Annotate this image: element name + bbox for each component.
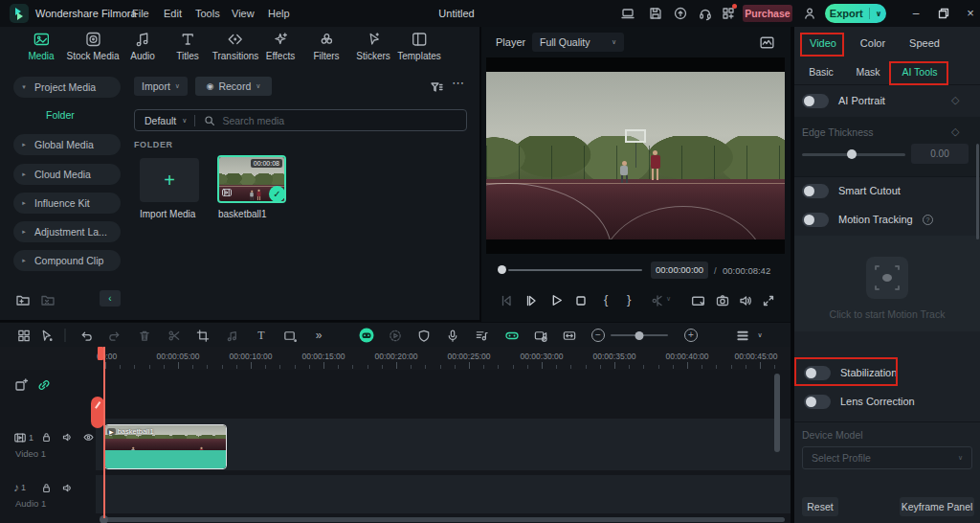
mark-in-button[interactable]: {	[604, 292, 608, 307]
audio-track-mute-icon[interactable]	[61, 482, 74, 494]
menu-file[interactable]: File	[132, 0, 149, 27]
mirror-display-button[interactable]	[690, 293, 706, 309]
menu-tools[interactable]: Tools	[195, 0, 220, 27]
edge-keyframe-diamond-icon[interactable]: ◇	[951, 125, 959, 138]
tab-filters[interactable]: Filters	[313, 31, 339, 61]
mask-shield-icon[interactable]	[417, 323, 432, 348]
delete-folder-icon[interactable]	[40, 292, 56, 307]
split-caret-icon[interactable]: ∨	[666, 295, 671, 303]
upload-cloud-icon[interactable]	[673, 6, 688, 21]
crop-icon[interactable]	[196, 323, 211, 348]
close-button[interactable]: ×	[961, 0, 980, 27]
menu-edit[interactable]: Edit	[164, 0, 182, 27]
menu-help[interactable]: Help	[268, 0, 290, 27]
keyframe-diamond-icon[interactable]: ◇	[951, 94, 959, 106]
zoom-in-icon[interactable]: +	[684, 323, 698, 348]
playhead[interactable]	[103, 347, 105, 518]
filter-icon[interactable]	[429, 80, 444, 95]
video-track-mute-icon[interactable]	[61, 431, 74, 443]
auto-ripple-icon[interactable]	[563, 323, 577, 348]
sidebar-item-cloud-media[interactable]: ▸ Cloud Media	[13, 164, 121, 185]
sidebar-subitem-folder[interactable]: Folder	[46, 109, 75, 121]
split-button[interactable]	[650, 293, 665, 308]
screen-record-off-icon[interactable]	[534, 323, 548, 348]
tab-effects[interactable]: Effects	[266, 31, 295, 61]
tab-stock-media[interactable]: Stock Media	[66, 31, 119, 61]
playhead-split-handle[interactable]	[91, 397, 104, 428]
menu-view[interactable]: View	[232, 0, 255, 27]
timeline-ruler[interactable]: 00:00 00:00:05:00 00:00:10:00 00:00:15:0…	[0, 347, 791, 370]
sort-dropdown[interactable]: Default	[145, 115, 176, 126]
speed-ramp-icon[interactable]	[389, 323, 403, 348]
edge-thickness-value[interactable]: 0.00	[911, 144, 969, 164]
timeline-clip-basketball1[interactable]: ▶ basketball1	[104, 424, 227, 469]
edge-thickness-slider-handle[interactable]	[847, 149, 857, 159]
timeline-vertical-scrollbar[interactable]	[774, 374, 780, 452]
mark-out-button[interactable]: }	[627, 292, 631, 307]
split-scissors-icon[interactable]	[167, 323, 182, 348]
smart-edit-icon[interactable]	[504, 323, 520, 348]
export-button[interactable]: Export ∨	[825, 4, 886, 23]
purchase-button[interactable]: Purchase	[743, 5, 792, 22]
collapse-sidebar-button[interactable]: ‹	[100, 290, 121, 307]
previous-frame-button[interactable]	[499, 293, 514, 308]
audio-stretch-icon[interactable]	[226, 323, 240, 348]
play-button[interactable]	[548, 292, 565, 308]
snapshot-camera-button[interactable]	[715, 293, 730, 308]
search-input[interactable]	[222, 115, 394, 126]
delete-icon[interactable]	[138, 323, 152, 348]
playhead-grip[interactable]	[98, 347, 103, 360]
tab-transitions[interactable]: Transitions	[212, 31, 259, 61]
track-height-caret-icon[interactable]: ∨	[757, 323, 762, 348]
volume-button[interactable]	[738, 293, 753, 308]
sidebar-item-compound-clip[interactable]: ▸ Compound Clip	[13, 250, 121, 271]
motion-tracking-info-icon[interactable]: ?	[923, 215, 933, 225]
stop-button[interactable]	[573, 293, 589, 308]
smart-cutout-toggle[interactable]	[802, 184, 829, 198]
quality-dropdown[interactable]: Full Quality ∨	[532, 33, 624, 52]
reset-button[interactable]: Reset	[802, 497, 838, 516]
export-caret-icon[interactable]: ∨	[876, 10, 882, 18]
layout-grid-icon[interactable]	[17, 323, 32, 348]
motion-track-target[interactable]	[866, 257, 908, 299]
track-height-icon[interactable]	[736, 323, 750, 348]
render-preview-icon[interactable]	[759, 34, 775, 51]
voiceover-mic-icon[interactable]	[446, 323, 460, 348]
lens-correction-toggle[interactable]	[804, 395, 831, 409]
new-folder-icon[interactable]	[15, 292, 31, 307]
link-clips-icon[interactable]	[36, 377, 52, 393]
next-frame-button[interactable]	[523, 293, 539, 308]
zoom-out-icon[interactable]: −	[591, 323, 605, 348]
audio-track-lock-icon[interactable]	[40, 482, 53, 494]
import-media-tile[interactable]: +	[140, 158, 199, 202]
scrubber-handle[interactable]	[498, 265, 506, 274]
minimize-button[interactable]: –	[906, 0, 925, 27]
fullscreen-button[interactable]	[761, 293, 776, 308]
record-button[interactable]: ◉ Record ∨	[195, 77, 272, 96]
tab-speed[interactable]: Speed	[909, 37, 940, 49]
timeline-horizontal-scrollbar[interactable]	[103, 517, 785, 522]
ai-assistant-icon[interactable]	[358, 323, 375, 348]
device-profile-dropdown[interactable]: Select Profile ∨	[802, 446, 972, 469]
tab-stickers[interactable]: Stickers	[356, 31, 390, 61]
scrubber-track[interactable]	[508, 269, 642, 271]
sidebar-item-project-media[interactable]: ▾ Project Media	[13, 77, 121, 98]
import-button[interactable]: Import ∨	[134, 77, 188, 96]
device-preview-icon[interactable]	[620, 6, 635, 21]
motion-tracking-toggle[interactable]	[802, 213, 829, 227]
audio-track-lane[interactable]	[96, 475, 791, 513]
maximize-button[interactable]	[938, 8, 949, 19]
text-tool-icon[interactable]: T	[257, 323, 264, 348]
sidebar-item-adjustment-layer[interactable]: ▸ Adjustment La...	[13, 221, 121, 242]
addons-grid-icon[interactable]	[721, 6, 736, 21]
sidebar-item-global-media[interactable]: ▸ Global Media	[13, 134, 121, 155]
add-track-icon[interactable]	[13, 377, 29, 393]
shape-tool-icon[interactable]	[283, 323, 298, 348]
properties-scrollbar[interactable]	[976, 144, 979, 239]
undo-icon[interactable]	[79, 323, 94, 348]
more-tools-icon[interactable]: »	[316, 323, 323, 348]
subtab-basic[interactable]: Basic	[809, 66, 834, 78]
account-icon[interactable]	[802, 6, 817, 21]
audio-mixer-icon[interactable]	[475, 323, 489, 348]
redo-icon[interactable]	[108, 323, 122, 348]
